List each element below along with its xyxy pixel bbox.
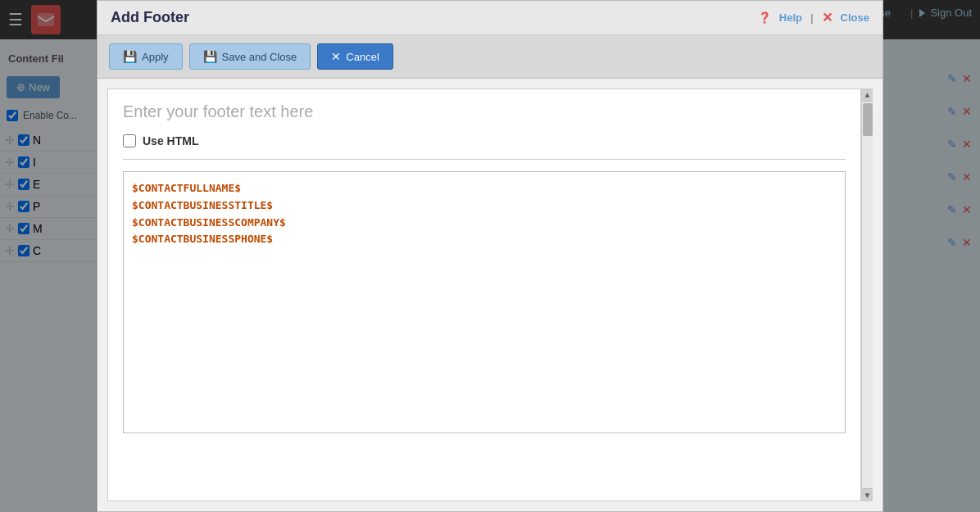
modal-scroll-container: Enter your footer text here Use HTML ▲: [107, 88, 873, 501]
modal-close-icon: ✕: [822, 10, 833, 25]
footer-placeholder-text: Enter your footer text here: [123, 102, 846, 121]
modal-close-link[interactable]: Close: [841, 11, 869, 24]
modal-header: Add Footer ❓ Help | ✕ Close: [98, 1, 882, 35]
cancel-icon: ✕: [331, 50, 341, 63]
header-sep: |: [810, 11, 814, 24]
use-html-row: Use HTML: [123, 134, 846, 147]
modal-help-link[interactable]: Help: [779, 11, 802, 24]
scroll-up-arrow[interactable]: ▲: [862, 88, 873, 102]
modal-inner-panel: Enter your footer text here Use HTML: [107, 88, 861, 501]
modal-toolbar: 💾 Apply 💾 Save and Close ✕ Cancel: [98, 35, 882, 79]
modal-scrollbar[interactable]: ▲ ▼: [861, 88, 873, 501]
scroll-down-arrow[interactable]: ▼: [862, 488, 873, 501]
divider: [123, 159, 846, 160]
modal-title: Add Footer: [111, 9, 189, 26]
save-close-icon: 💾: [203, 50, 217, 63]
scroll-thumb[interactable]: [863, 103, 873, 136]
save-and-close-button[interactable]: 💾 Save and Close: [189, 43, 311, 70]
modal-content-scroll[interactable]: Enter your footer text here Use HTML: [108, 89, 860, 501]
modal-body: Enter your footer text here Use HTML ▲: [98, 79, 882, 511]
footer-textarea[interactable]: [123, 171, 846, 433]
save-icon: 💾: [123, 50, 137, 63]
help-circle-icon: ❓: [758, 11, 771, 24]
use-html-checkbox[interactable]: [123, 134, 136, 147]
use-html-label[interactable]: Use HTML: [143, 134, 198, 147]
apply-button[interactable]: 💾 Apply: [109, 43, 183, 70]
cancel-button[interactable]: ✕ Cancel: [317, 43, 392, 70]
modal-header-actions: ❓ Help | ✕ Close: [758, 10, 869, 25]
add-footer-modal: Add Footer ❓ Help | ✕ Close 💾 Apply 💾 Sa…: [97, 0, 883, 512]
